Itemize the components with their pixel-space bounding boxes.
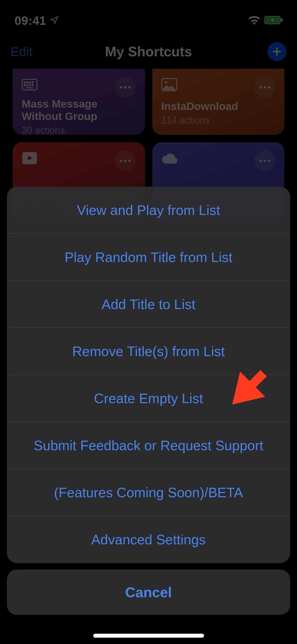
cancel-button[interactable]: Cancel <box>7 569 290 615</box>
option-view-play[interactable]: View and Play from List <box>7 187 290 234</box>
option-add-title[interactable]: Add Title to List <box>7 281 290 328</box>
option-play-random[interactable]: Play Random Title from List <box>7 234 290 281</box>
option-advanced[interactable]: Advanced Settings <box>7 516 290 563</box>
option-coming-soon[interactable]: (Features Coming Soon)/BETA <box>7 469 290 516</box>
annotation-arrow-icon <box>222 360 277 416</box>
option-feedback[interactable]: Submit Feedback or Request Support <box>7 422 290 469</box>
svg-marker-18 <box>222 361 276 415</box>
home-indicator[interactable] <box>93 634 204 638</box>
